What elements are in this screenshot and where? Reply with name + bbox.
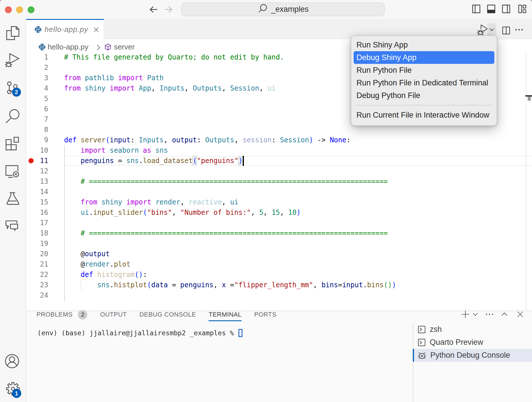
remote-explorer-icon [5, 164, 20, 179]
menu-item-run-shiny-app[interactable]: Run Shiny App [351, 39, 497, 51]
code-line-19[interactable]: 19 [26, 238, 532, 249]
code-line-3[interactable]: 3from pathlib import Path [26, 73, 532, 83]
code-text: from shiny import render, reactive, ui [64, 197, 238, 207]
search-value: _examples [271, 5, 309, 14]
panel-tab-debug-console[interactable]: DEBUG CONSOLE [139, 312, 196, 317]
breadcrumb-file[interactable]: hello-app.py [48, 43, 88, 51]
code-line-7[interactable]: 7 [26, 114, 532, 125]
customize-layout-icon[interactable] [517, 4, 527, 14]
terminal-prompt[interactable]: (env) (base) jjallaire@jjallairesmbp2 _e… [37, 329, 234, 337]
split-editor-icon[interactable] [501, 26, 511, 35]
activity-bar-item-search[interactable] [0, 109, 26, 124]
line-number: 21 [26, 259, 48, 269]
toggle-panel-icon[interactable] [486, 4, 496, 14]
close-icon[interactable] [93, 26, 100, 33]
toggle-secondary-sidebar-icon[interactable] [501, 4, 511, 14]
terminal-list-item-quarto-preview[interactable]: Quarto Preview [413, 336, 532, 349]
code-line-18[interactable]: 18 # ===================================… [26, 228, 532, 238]
code-text: @output [64, 249, 110, 259]
code-line-10[interactable]: 10 import seaborn as sns [26, 145, 532, 156]
line-number: 24 [26, 290, 48, 300]
code-line-17[interactable]: 17 [26, 218, 532, 228]
chat-icon [5, 218, 20, 233]
activity-bar-item-account[interactable] [0, 354, 26, 369]
panel-tab-problems[interactable]: PROBLEMS2 [36, 312, 87, 317]
activity-bar-item-extensions[interactable] [0, 136, 26, 151]
minimize-window-button[interactable] [16, 6, 23, 13]
code-line-22[interactable]: 22 def histogram(): [26, 269, 532, 280]
code-line-5[interactable]: 5 [26, 93, 532, 104]
line-number: 16 [26, 207, 48, 218]
tab-label: hello-app.py [45, 25, 88, 34]
terminal-dropdown-icon[interactable] [472, 311, 479, 318]
code-text: from shiny import App, Inputs, Outputs, … [64, 83, 276, 93]
line-number: 22 [26, 269, 48, 280]
symbol-module-icon [104, 43, 112, 51]
activity-bar-item-source-control[interactable]: 2 [0, 81, 26, 96]
line-number: 18 [26, 228, 48, 238]
code-line-20[interactable]: 20 @output [26, 249, 532, 259]
code-line-12[interactable]: 12 [26, 166, 532, 176]
python-icon [38, 43, 46, 51]
activity-bar-item-chat[interactable] [0, 218, 26, 233]
code-line-15[interactable]: 15 from shiny import render, reactive, u… [26, 197, 532, 207]
activity-bar-item-remote-explorer[interactable] [0, 164, 26, 179]
code-line-11[interactable]: 11 penguins = sns.load_dataset("penguins… [26, 156, 532, 166]
code-line-6[interactable]: 6 [26, 104, 532, 114]
activity-bar-item-testing[interactable] [0, 191, 26, 206]
code-line-13[interactable]: 13 # ===================================… [26, 176, 532, 187]
terminal-cursor [238, 329, 242, 337]
activity-bar-item-files[interactable] [0, 26, 26, 41]
code-text: # ======================================… [64, 228, 388, 238]
code-text: ui.input_slider("bins", "Number of bins:… [64, 207, 301, 218]
line-number: 19 [26, 238, 48, 249]
code-line-24[interactable]: 24 [26, 290, 532, 300]
python-icon [34, 25, 42, 34]
code-editor[interactable]: 1# This file generated by Quarto; do not… [26, 51, 532, 310]
code-text: # ======================================… [64, 176, 388, 187]
line-number: 4 [26, 83, 48, 93]
code-text: def histogram(): [64, 269, 147, 280]
terminal-icon [417, 325, 426, 334]
account-icon [5, 354, 20, 369]
terminal-list-item-python-debug-console[interactable]: Python Debug Console [413, 349, 532, 362]
code-line-2[interactable]: 2 [26, 62, 532, 73]
code-line-8[interactable]: 8 [26, 125, 532, 135]
panel-tab-ports[interactable]: PORTS [254, 312, 276, 317]
navigate-forward-icon[interactable] [163, 4, 174, 15]
code-line-9[interactable]: 9def server(input: Inputs, output: Outpu… [26, 135, 532, 145]
code-line-16[interactable]: 16 ui.input_slider("bins", "Number of bi… [26, 207, 532, 218]
run-dropdown-button[interactable] [487, 23, 496, 36]
line-number: 15 [26, 197, 48, 207]
line-number: 2 [26, 62, 48, 73]
search-icon [5, 109, 20, 124]
code-line-23[interactable]: 23 sns.histplot(data = penguins, x ="fli… [26, 280, 532, 290]
problems-badge: 2 [78, 310, 87, 319]
maximize-panel-icon[interactable] [501, 311, 508, 318]
toggle-primary-sidebar-icon[interactable] [471, 4, 481, 14]
command-center-search[interactable]: _examples [181, 3, 385, 16]
code-line-21[interactable]: 21 @render.plot [26, 259, 532, 269]
panel-tab-terminal[interactable]: TERMINAL [209, 312, 241, 317]
terminal-list-item-zsh[interactable]: zsh [413, 323, 532, 336]
close-panel-icon[interactable] [516, 311, 524, 318]
new-terminal-icon[interactable] [460, 309, 470, 319]
line-number: 7 [26, 114, 48, 125]
zoom-window-button[interactable] [28, 6, 34, 13]
activity-bar-item-run-debug[interactable] [0, 53, 26, 68]
vscode-window: _examples 21 hello-app.py hello-app.py [0, 0, 532, 402]
more-actions-icon[interactable] [514, 26, 524, 34]
panel-more-actions-icon[interactable] [485, 310, 494, 318]
tab-hello-app[interactable]: hello-app.py [26, 19, 104, 39]
navigate-back-icon[interactable] [148, 4, 159, 15]
code-line-4[interactable]: 4from shiny import App, Inputs, Outputs,… [26, 83, 532, 93]
breadcrumb-symbol[interactable]: server [114, 43, 135, 51]
code-line-1[interactable]: 1# This file generated by Quarto; do not… [26, 52, 532, 62]
terminal-tabs-list: zshQuarto PreviewPython Debug Console [413, 323, 532, 362]
code-text: def server(input: Inputs, output: Output… [64, 135, 350, 145]
panel-tab-output[interactable]: OUTPUT [100, 312, 127, 317]
code-line-14[interactable]: 14 [26, 187, 532, 197]
close-window-button[interactable] [5, 6, 12, 13]
activity-bar-item-settings-gear[interactable]: 1 [0, 381, 26, 396]
line-number: 9 [26, 135, 48, 145]
